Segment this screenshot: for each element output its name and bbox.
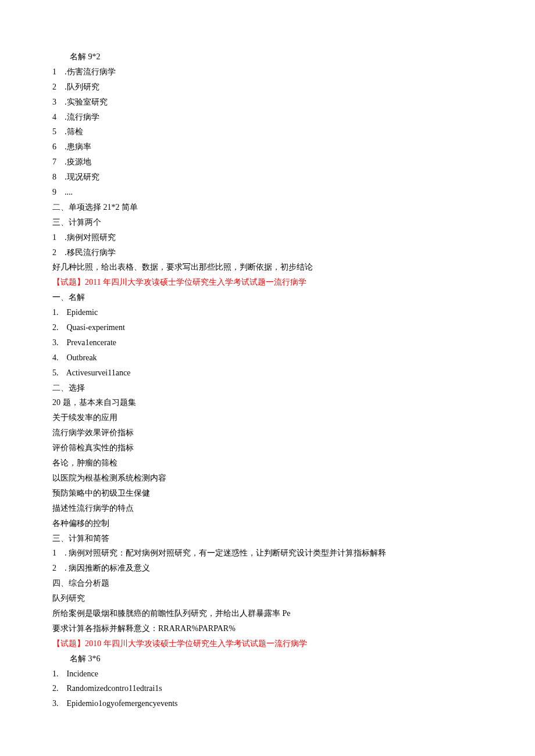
text-line: 四、综合分析题 [52, 576, 483, 591]
text-line: 5. Activesurvei11ance [52, 366, 483, 381]
document-body: 名解 9*21 .伤害流行病学2 .队列研究3 .实验室研究4 .流行病学5 .… [52, 49, 483, 711]
text-line: 队列研究 [52, 591, 483, 606]
text-line: 二、选择 [52, 381, 483, 396]
text-line: 9 .... [52, 185, 483, 200]
text-line: 以医院为根基检测系统检测内容 [52, 471, 483, 486]
text-line: 2 . 病因推断的标准及意义 [52, 561, 483, 576]
text-line: 【试题】2011 年四川大学攻读硕士学位研究生入学考试试题一流行病学 [52, 275, 483, 290]
text-line: 好几种比照，给出表格、数据，要求写出那些比照，判断依据，初步结论 [52, 260, 483, 275]
text-line: 名解 3*6 [52, 651, 483, 667]
text-line: 三、计算和简答 [52, 531, 483, 546]
text-line: 1. Incidence [52, 667, 483, 682]
text-line: 要求计算各指标并解释意义：RRARAR%PARPAR% [52, 621, 483, 636]
text-line: 描述性流行病学的特点 [52, 501, 483, 516]
text-line: 名解 9*2 [52, 49, 483, 65]
text-line: 6 .患病率 [52, 139, 483, 155]
text-line: 2. Randomizedcontro11edtrai1s [52, 681, 483, 696]
text-line: 2. Quasi-experiment [52, 320, 483, 335]
text-line: 1 . 病例对照研究：配对病例对照研究，有一定迷惑性，让判断研究设计类型并计算指… [52, 546, 483, 561]
text-line: 4. Outbreak [52, 350, 483, 366]
text-line: 2 .队列研究 [52, 80, 483, 95]
text-line: 8 .现况研究 [52, 170, 483, 185]
text-line: 【试题】2010 年四川大学攻读硕士学位研究生入学考试试题一流行病学 [52, 636, 483, 651]
text-line: 评价筛检真实性的指标 [52, 440, 483, 456]
text-line: 1 .病例对照研究 [52, 230, 483, 245]
text-line: 各种偏移的控制 [52, 516, 483, 531]
text-line: 7 .疫源地 [52, 155, 483, 170]
text-line: 所给案例是吸烟和膝胱癌的前瞻性队列研究，并给出人群暴露率 Pe [52, 606, 483, 621]
text-line: 二、单项选择 21*2 简单 [52, 200, 483, 215]
text-line: 4 .流行病学 [52, 110, 483, 125]
text-line: 2 .移民流行病学 [52, 245, 483, 260]
text-line: 各论，肿瘤的筛检 [52, 456, 483, 471]
text-line: 3. Preva1encerate [52, 335, 483, 350]
text-line: 1 .伤害流行病学 [52, 65, 483, 80]
text-line: 预防策略中的初级卫生保健 [52, 486, 483, 501]
text-line: 3. Epidemio1ogyofemergencyevents [52, 696, 483, 711]
text-line: 三、计算两个 [52, 215, 483, 230]
text-line: 1. Epidemic [52, 305, 483, 320]
text-line: 关于续发率的应用 [52, 410, 483, 425]
text-line: 20 题，基本来自习题集 [52, 395, 483, 410]
text-line: 一、名解 [52, 290, 483, 305]
text-line: 5 .筛检 [52, 124, 483, 139]
text-line: 流行病学效果评价指标 [52, 425, 483, 440]
text-line: 3 .实验室研究 [52, 95, 483, 110]
